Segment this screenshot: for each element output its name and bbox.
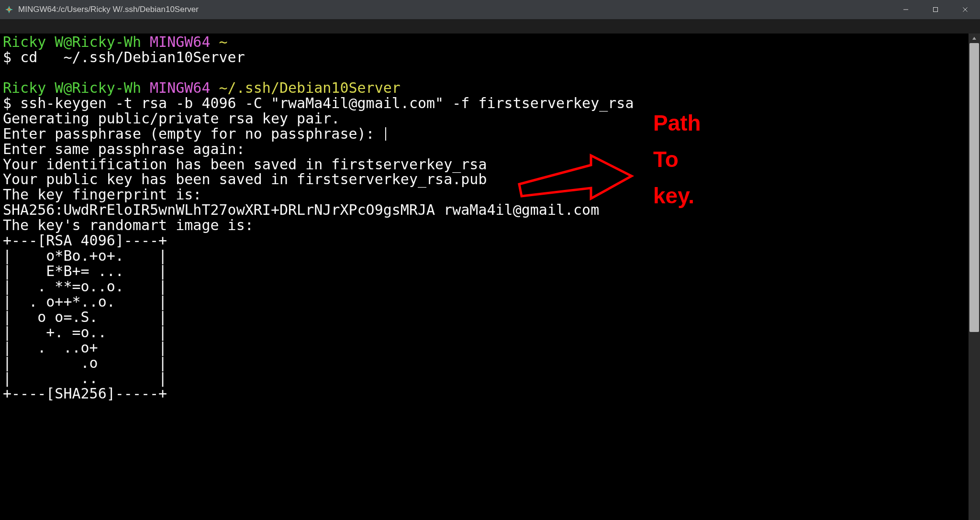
randomart-line: +---[RSA 4096]----+ (3, 232, 167, 249)
randomart-line: | .o | (3, 354, 167, 371)
svg-rect-1 (934, 8, 938, 12)
close-button[interactable] (950, 0, 980, 19)
prompt-user: Ricky W (3, 33, 63, 50)
output-line: Enter passphrase (empty for no passphras… (3, 125, 375, 142)
prompt-path: ~ (219, 33, 228, 50)
randomart-line: | . **=o..o. | (3, 278, 167, 295)
scrollbar-thumb[interactable] (969, 43, 979, 332)
randomart-line: | . o++*..o. | (3, 293, 167, 310)
annotation-arrow-icon (510, 151, 634, 208)
output-line: The key fingerprint is: (3, 186, 201, 203)
text-cursor (385, 127, 386, 141)
prompt-user: Ricky W (3, 79, 63, 96)
randomart-line: | . ..o+ | (3, 339, 167, 356)
randomart-line: | o*Bo.+o+. | (3, 247, 167, 264)
terminal-content[interactable]: Ricky W@Ricky-Wh MINGW64 ~ $ cd ~/.ssh/D… (0, 33, 980, 401)
prompt-host: Ricky-Wh (72, 79, 142, 96)
prompt-path: ~/.ssh/Debian10Server (219, 79, 401, 96)
output-line: Your identification has been saved in fi… (3, 156, 487, 173)
randomart-line: | E*B+= ... | (3, 263, 167, 279)
titlebar: MINGW64:/c/Users/Ricky W/.ssh/Debian10Se… (0, 0, 980, 19)
output-line: The key's randomart image is: (3, 217, 254, 233)
scrollbar-track[interactable] (969, 43, 980, 520)
output-line: Your public key has been saved in firsts… (3, 171, 487, 188)
prompt-env: MINGW64 (150, 33, 210, 50)
prompt-host: Ricky-Wh (72, 33, 142, 50)
cmd-cd: cd ~/.ssh/Debian10Server (20, 49, 245, 66)
mingw-app-icon (5, 5, 13, 14)
cmd-sshkeygen: ssh-keygen -t rsa -b 4096 -C "rwaMa4il@g… (20, 95, 634, 111)
window-title: MINGW64:/c/Users/Ricky W/.ssh/Debian10Se… (18, 5, 891, 14)
svg-rect-0 (903, 10, 908, 10)
randomart-line: | +. =o.. | (3, 324, 167, 341)
window-controls (891, 0, 980, 19)
vertical-scrollbar[interactable] (969, 33, 980, 520)
output-line: Enter same passphrase again: (3, 141, 245, 157)
randomart-line: | .. | (3, 370, 167, 387)
prompt-env: MINGW64 (150, 79, 210, 96)
maximize-button[interactable] (921, 0, 950, 19)
scroll-up-arrow-icon[interactable] (969, 33, 980, 43)
randomart-line: | o o=.S. | (3, 309, 167, 325)
output-line: Generating public/private rsa key pair. (3, 110, 340, 127)
randomart-line: +----[SHA256]-----+ (3, 385, 167, 402)
minimize-button[interactable] (891, 0, 921, 19)
terminal-viewport: Ricky W@Ricky-Wh MINGW64 ~ $ cd ~/.ssh/D… (0, 33, 980, 520)
